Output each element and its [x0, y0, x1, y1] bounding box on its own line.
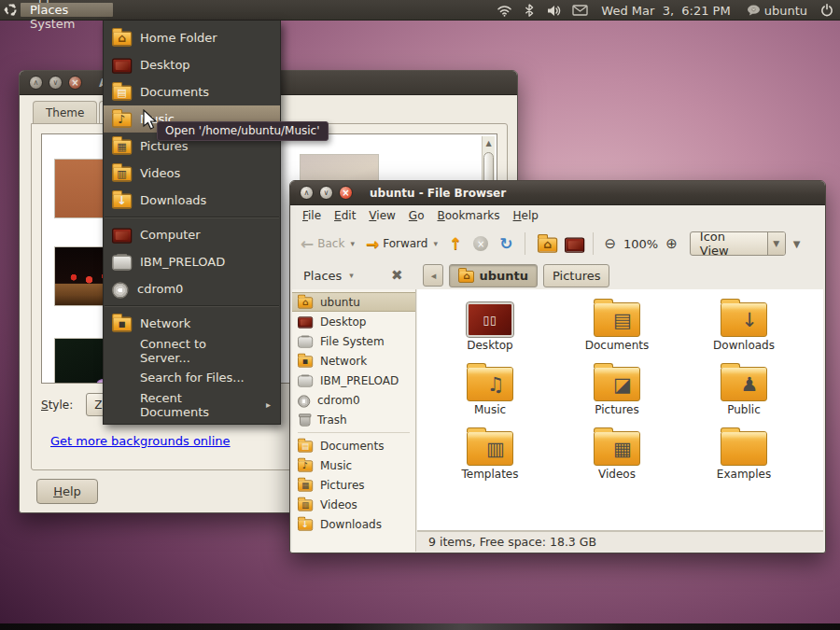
- sidebar-item[interactable]: Desktop: [292, 312, 415, 331]
- menu-item-icon: [112, 282, 129, 299]
- sidebar-item[interactable]: Network: [292, 351, 415, 371]
- sidebar-item[interactable]: Videos: [292, 495, 415, 514]
- places-menu-item[interactable]: Home Folder: [104, 24, 280, 51]
- network-wireless-icon[interactable]: [495, 0, 513, 21]
- chevron-down-icon[interactable]: ▼: [767, 232, 785, 255]
- menubar-item[interactable]: View: [362, 207, 401, 224]
- home-button[interactable]: [533, 233, 558, 255]
- menu-item-icon: [112, 139, 132, 154]
- help-button[interactable]: Help: [36, 479, 98, 504]
- menubar-item[interactable]: Help: [507, 207, 545, 224]
- ubuntu-logo-icon[interactable]: [0, 3, 21, 17]
- sidebar-mode-dropdown[interactable]: Places ▾: [298, 266, 359, 286]
- path-button-pictures[interactable]: Pictures: [543, 264, 609, 287]
- power-icon[interactable]: [818, 0, 836, 21]
- zoom-in-icon[interactable]: ⊕: [665, 235, 678, 252]
- zoom-out-icon[interactable]: ⊖: [604, 235, 616, 252]
- menu-item-icon: [112, 193, 132, 208]
- close-sidebar-icon[interactable]: ✖: [391, 267, 403, 284]
- volume-icon[interactable]: [545, 0, 564, 21]
- places-menu-item[interactable]: Connect to Server...: [104, 337, 280, 364]
- appearance-tab[interactable]: Theme: [33, 101, 97, 124]
- menu-item-icon: [112, 166, 132, 181]
- menubar-item[interactable]: File: [296, 207, 328, 224]
- computer-icon: [565, 237, 584, 252]
- style-label: Style:: [41, 399, 73, 412]
- mail-envelope-icon[interactable]: [570, 0, 589, 21]
- places-menu-item[interactable]: Computer: [104, 221, 280, 248]
- top-panel: Applications Places System: [0, 0, 840, 21]
- menubar-item[interactable]: Edit: [328, 207, 362, 224]
- folder-icon[interactable]: ▯▯ Desktop: [427, 302, 553, 366]
- sidebar-item[interactable]: ubuntu: [292, 292, 415, 312]
- sidebar-item[interactable]: IBM_PRELOAD: [292, 371, 415, 390]
- places-menu-item[interactable]: Recent Documents ▸: [104, 391, 280, 418]
- menu-item-icon: [112, 316, 132, 331]
- places-menu-item[interactable]: Desktop: [104, 51, 280, 78]
- indicator-me[interactable]: ubuntu: [743, 4, 811, 18]
- folder-icon[interactable]: ▤ Documents: [553, 302, 680, 366]
- minimize-button[interactable]: ∨: [319, 186, 333, 200]
- sidebar-item[interactable]: cdrom0: [292, 390, 415, 410]
- folder-icon[interactable]: ◪ Pictures: [553, 367, 680, 430]
- places-menu-item[interactable]: cdrom0: [104, 275, 280, 302]
- menu-item-icon: [112, 343, 132, 358]
- sidebar-item-icon: [298, 441, 313, 452]
- chevron-down-icon: ▾: [349, 271, 354, 280]
- places-menu-item[interactable]: Downloads: [104, 187, 280, 214]
- menubar-item[interactable]: Go: [402, 207, 431, 224]
- toolbar-overflow-icon[interactable]: ▼: [793, 239, 801, 249]
- reload-button[interactable]: ↻: [499, 234, 512, 253]
- file-browser-titlebar[interactable]: ∧ ∨ × ubuntu - File Browser: [290, 181, 825, 205]
- back-history-dropdown[interactable]: ▾: [350, 239, 355, 248]
- sidebar-item[interactable]: Downloads: [292, 514, 415, 534]
- sidebar-item[interactable]: Documents: [292, 436, 415, 455]
- menu-item-icon: [112, 371, 132, 385]
- forward-button[interactable]: → Forward ▾: [361, 232, 442, 256]
- home-folder-icon: [538, 237, 557, 252]
- places-menu-item[interactable]: Search for Files...: [104, 364, 280, 391]
- maximize-button[interactable]: ∧: [29, 76, 43, 90]
- menu-item-icon: [112, 398, 132, 413]
- places-menu-item[interactable]: IBM_PRELOAD: [104, 248, 280, 275]
- folder-contents-pane[interactable]: ▯▯ Desktop ▤ Documents ↓: [417, 289, 823, 531]
- folder-icon[interactable]: ▦ Videos: [553, 431, 680, 495]
- close-button[interactable]: ×: [68, 76, 82, 90]
- sidebar-item[interactable]: File System: [292, 331, 415, 351]
- scroll-up-arrow[interactable]: ▲: [483, 136, 495, 150]
- get-more-backgrounds-link[interactable]: Get more backgrounds online: [50, 434, 231, 448]
- folder-icon[interactable]: ♟ Public: [680, 367, 807, 430]
- back-button[interactable]: ← Back ▾: [296, 232, 359, 256]
- mouse-cursor: [143, 109, 160, 134]
- folder-icon[interactable]: ▥ Templates: [427, 431, 553, 495]
- folder-icon[interactable]: ↓ Downloads: [680, 302, 807, 366]
- minimize-button[interactable]: ∨: [49, 76, 63, 90]
- sidebar-item[interactable]: Pictures: [292, 475, 415, 495]
- sidebar-item[interactable]: Trash: [292, 410, 415, 429]
- forward-history-dropdown[interactable]: ▾: [433, 239, 438, 248]
- path-scroll-left-button[interactable]: ◂: [423, 264, 443, 287]
- view-mode-combobox[interactable]: Icon View ▼: [690, 231, 786, 256]
- menubar-item[interactable]: Bookmarks: [430, 207, 506, 224]
- close-button[interactable]: ×: [339, 186, 353, 200]
- computer-button[interactable]: [560, 233, 585, 255]
- bluetooth-icon[interactable]: [520, 0, 539, 21]
- wallpaper-bottom-strip: [0, 623, 840, 630]
- up-button[interactable]: ↑: [444, 232, 467, 256]
- places-menu-item[interactable]: Network: [104, 310, 280, 337]
- location-bar: Places ▾ ✖ ◂ ubuntu Pictures: [290, 261, 825, 289]
- folder-icon[interactable]: ♫ Music: [427, 367, 553, 430]
- panel-menu[interactable]: Places: [21, 3, 113, 17]
- places-menu-item[interactable]: Documents: [104, 78, 280, 105]
- folder-icon[interactable]: Examples: [680, 431, 807, 495]
- maximize-button[interactable]: ∧: [300, 186, 314, 200]
- sidebar-item[interactable]: Music: [292, 455, 415, 475]
- menu-item-icon: [112, 112, 132, 127]
- path-button-ubuntu[interactable]: ubuntu: [449, 264, 538, 287]
- places-menu-item[interactable]: Videos: [104, 160, 280, 187]
- sidebar-item-icon: [298, 316, 313, 328]
- stop-button[interactable]: ×: [473, 236, 488, 251]
- clock[interactable]: Wed Mar 3, 6:21 PM: [595, 4, 735, 18]
- home-folder-icon: [458, 271, 474, 283]
- panel-menu[interactable]: System: [21, 17, 113, 31]
